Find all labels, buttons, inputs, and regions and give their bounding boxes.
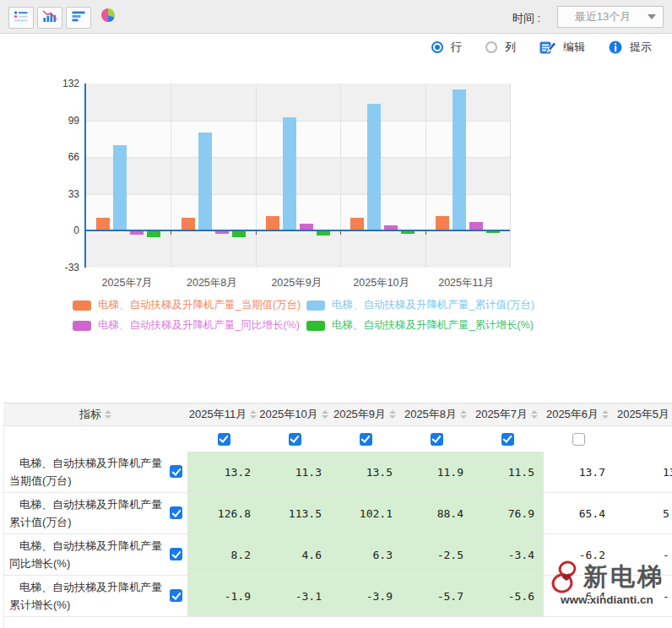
value-cell: 4.6 bbox=[259, 534, 330, 575]
column-checkbox-checked[interactable] bbox=[289, 433, 301, 446]
column-radio-label: 列 bbox=[505, 40, 516, 55]
zero-axis-line bbox=[86, 230, 510, 231]
bar-current bbox=[436, 216, 449, 230]
edit-button-label[interactable]: 编辑 bbox=[563, 40, 585, 55]
value-cell: 11.5 bbox=[472, 452, 543, 492]
time-range-value: 最近13个月 bbox=[558, 9, 648, 24]
legend-label: 电梯、自动扶梯及升降机产量_累计值(万台) bbox=[332, 298, 534, 312]
legend-item[interactable]: 电梯、自动扶梯及升降机产量_累计值(万台) bbox=[306, 298, 534, 312]
month-column-header[interactable]: 2025年11月 bbox=[187, 403, 258, 425]
edit-icon[interactable] bbox=[539, 41, 555, 55]
hint-button-label[interactable]: 提示 bbox=[630, 40, 652, 55]
table-row: 电梯、自动扶梯及升降机产量累计值(万台)126.8113.5102.188.47… bbox=[3, 493, 672, 534]
value-cell: -6.4 bbox=[543, 576, 614, 616]
sort-icon[interactable] bbox=[531, 410, 538, 419]
x-axis-label: 2025年8月 bbox=[169, 276, 254, 290]
y-axis-label: 33 bbox=[49, 188, 79, 200]
column-checkbox-checked[interactable] bbox=[360, 433, 372, 446]
month-column-header[interactable]: 2025年5月 bbox=[613, 403, 672, 425]
month-header-label: 2025年7月 bbox=[475, 407, 528, 422]
indicator-name-line1: 电梯、自动扶梯及升降机产量 bbox=[4, 537, 187, 555]
list-view-button[interactable] bbox=[8, 7, 34, 29]
data-table: 指标2025年11月2025年10月2025年9月2025年8月2025年7月2… bbox=[3, 403, 672, 628]
bar-cumulative bbox=[113, 145, 127, 231]
column-checkbox-checked[interactable] bbox=[431, 433, 443, 446]
bar-chart: 1329966330-33 2025年7月2025年8月2025年9月2025年… bbox=[0, 76, 557, 295]
value-cell: -1.9 bbox=[188, 576, 259, 616]
value-cell: 88.4 bbox=[401, 493, 472, 533]
pie-chart-button[interactable] bbox=[96, 7, 120, 27]
value-cell: 102.1 bbox=[330, 493, 401, 533]
row-checkbox-checked[interactable] bbox=[170, 548, 182, 560]
column-chart-icon bbox=[42, 9, 57, 26]
month-column-header[interactable]: 2025年9月 bbox=[329, 403, 400, 425]
indicator-name-line2: 同比增长(%) bbox=[4, 555, 187, 572]
table-row: 电梯、自动扶梯及升降机产量同比增长(%)8.24.66.3-2.5-3.4-6.… bbox=[3, 534, 672, 576]
indicator-column-header[interactable]: 指标 bbox=[3, 403, 187, 425]
axis-tick bbox=[171, 231, 171, 235]
bar-cumulative bbox=[283, 117, 296, 231]
month-header-label: 2025年9月 bbox=[333, 407, 386, 422]
value-cell: 5 bbox=[614, 493, 672, 533]
month-header-label: 2025年6月 bbox=[546, 407, 599, 422]
column-checkbox-unchecked[interactable] bbox=[572, 433, 585, 446]
time-range-dropdown[interactable]: 最近13个月 bbox=[557, 6, 664, 28]
value-cell: - bbox=[614, 576, 672, 616]
time-filter-label: 时间 : bbox=[512, 11, 540, 26]
column-checkbox-cell bbox=[188, 433, 259, 446]
y-axis-label: 66 bbox=[49, 151, 79, 163]
sort-icon[interactable] bbox=[322, 410, 328, 419]
info-icon[interactable] bbox=[609, 41, 622, 54]
sort-icon[interactable] bbox=[105, 410, 111, 419]
legend-item[interactable]: 电梯、自动扶梯及升降机产量_累计增长(%) bbox=[306, 318, 534, 333]
column-checkbox-checked[interactable] bbox=[501, 433, 514, 446]
axis-tick bbox=[425, 231, 426, 235]
row-checkbox-checked[interactable] bbox=[170, 465, 182, 478]
group-separator bbox=[340, 84, 341, 268]
bar-cumulative bbox=[198, 133, 212, 231]
legend-label: 电梯、自动扶梯及升降机产量_当期值(万台) bbox=[98, 298, 301, 312]
sort-icon[interactable] bbox=[460, 410, 467, 419]
value-cell: 13.5 bbox=[330, 452, 401, 492]
group-separator bbox=[425, 84, 426, 268]
bar-chart-button[interactable] bbox=[66, 7, 91, 29]
legend-label: 电梯、自动扶梯及升降机产量_累计增长(%) bbox=[332, 318, 534, 333]
bar-current bbox=[182, 218, 195, 231]
month-column-header[interactable]: 2025年8月 bbox=[400, 403, 471, 425]
indicator-name-line2: 累计增长(%) bbox=[4, 596, 187, 614]
value-cell: 11.3 bbox=[259, 452, 330, 492]
sort-icon[interactable] bbox=[602, 410, 609, 419]
plot-band bbox=[86, 157, 510, 194]
row-checkbox-checked[interactable] bbox=[170, 506, 182, 519]
month-header-label: 2025年8月 bbox=[404, 407, 457, 422]
legend-item[interactable]: 电梯、自动扶梯及升降机产量_当期值(万台) bbox=[73, 298, 306, 312]
gridline bbox=[86, 121, 510, 122]
value-cell: -5.7 bbox=[401, 576, 472, 616]
column-checkbox-checked[interactable] bbox=[218, 433, 230, 446]
indicator-header-label: 指标 bbox=[79, 407, 101, 422]
value-cell: 13 bbox=[614, 452, 672, 492]
month-column-header[interactable]: 2025年7月 bbox=[471, 403, 542, 425]
value-cell: 11.9 bbox=[401, 452, 472, 492]
month-column-header[interactable]: 2025年10月 bbox=[258, 403, 329, 425]
row-radio[interactable] bbox=[431, 41, 443, 53]
bar-current bbox=[96, 218, 110, 230]
list-view-icon bbox=[14, 10, 29, 26]
value-cell: -6.2 bbox=[543, 534, 614, 575]
month-column-header[interactable]: 2025年6月 bbox=[542, 403, 613, 425]
column-checkbox-row bbox=[3, 426, 672, 452]
value-cell: 65.4 bbox=[543, 493, 614, 533]
sort-icon[interactable] bbox=[389, 410, 396, 419]
column-chart-button[interactable] bbox=[37, 7, 62, 29]
bar-cum-growth bbox=[147, 230, 160, 236]
indicator-name-line1: 电梯、自动扶梯及升降机产量 bbox=[4, 578, 187, 596]
column-checkbox-cell bbox=[543, 433, 614, 446]
indicator-cell: 电梯、自动扶梯及升降机产量当期值(万台) bbox=[4, 452, 188, 492]
column-checkbox-cell bbox=[330, 433, 401, 446]
row-checkbox-checked[interactable] bbox=[170, 589, 182, 602]
legend-item[interactable]: 电梯、自动扶梯及升降机产量_同比增长(%) bbox=[73, 318, 306, 333]
column-radio[interactable] bbox=[485, 41, 497, 53]
gridline bbox=[86, 194, 510, 195]
x-axis-label: 2025年11月 bbox=[424, 276, 509, 290]
sort-icon[interactable] bbox=[250, 410, 257, 419]
